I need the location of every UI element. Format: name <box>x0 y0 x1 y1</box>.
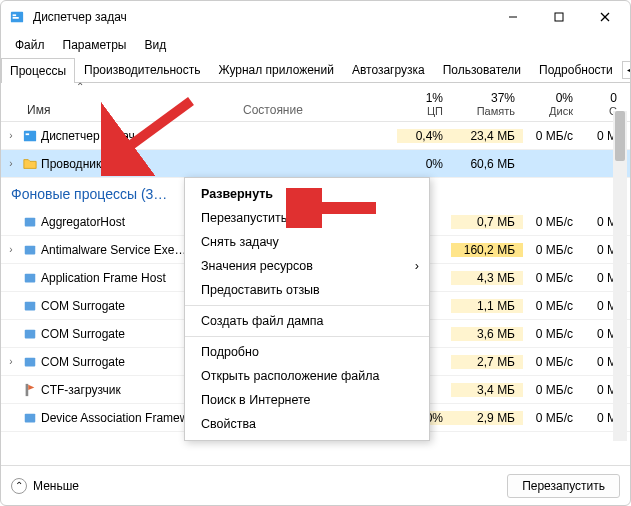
header-status[interactable]: Состояние <box>237 83 397 121</box>
generic-process-icon <box>21 411 39 425</box>
window-title: Диспетчер задач <box>33 10 490 24</box>
ctx-go-details[interactable]: Подробно <box>185 340 429 364</box>
tab-performance[interactable]: Производительность <box>75 57 209 82</box>
generic-process-icon <box>21 299 39 313</box>
cpu-value: 0,4% <box>397 129 451 143</box>
svg-rect-8 <box>26 133 30 135</box>
minimize-button[interactable] <box>490 1 536 33</box>
svg-rect-14 <box>25 357 36 366</box>
menu-options[interactable]: Параметры <box>55 35 135 55</box>
svg-rect-1 <box>13 14 17 16</box>
ctx-resource-values[interactable]: Значения ресурсов <box>185 254 429 278</box>
cpu-value: 0% <box>397 157 451 171</box>
menu-file[interactable]: Файл <box>7 35 53 55</box>
ctx-create-dump[interactable]: Создать файл дампа <box>185 309 429 333</box>
tab-startup[interactable]: Автозагрузка <box>343 57 434 82</box>
ctx-expand[interactable]: Развернуть <box>185 182 429 206</box>
fewer-details[interactable]: ⌃ Меньше <box>11 478 79 494</box>
tab-scroll-left[interactable]: ◄ <box>622 61 631 79</box>
svg-rect-13 <box>25 329 36 338</box>
ctf-icon <box>21 383 39 397</box>
menu-view[interactable]: Вид <box>136 35 174 55</box>
sort-caret-icon: ⌃ <box>76 81 84 92</box>
ctx-open-location[interactable]: Открыть расположение файла <box>185 364 429 388</box>
maximize-button[interactable] <box>536 1 582 33</box>
context-menu: Развернуть Перезапустить Снять задачу Зн… <box>184 177 430 441</box>
generic-process-icon <box>21 271 39 285</box>
svg-rect-11 <box>25 273 36 282</box>
restart-button[interactable]: Перезапустить <box>507 474 620 498</box>
generic-process-icon <box>21 215 39 229</box>
menubar: Файл Параметры Вид <box>1 33 630 57</box>
ctx-properties[interactable]: Свойства <box>185 412 429 436</box>
svg-rect-16 <box>25 413 36 422</box>
tab-details[interactable]: Подробности <box>530 57 622 82</box>
svg-rect-9 <box>25 217 36 226</box>
svg-rect-15 <box>26 383 29 395</box>
process-row-selected[interactable]: › Проводник 0% 60,6 МБ <box>1 150 630 178</box>
column-headers: ⌃ Имя Состояние 1% ЦП 37% Память 0% Диск… <box>1 83 630 122</box>
process-name: Диспетчер задач <box>39 129 237 143</box>
statusbar: ⌃ Меньше Перезапустить <box>1 465 630 505</box>
close-button[interactable] <box>582 1 628 33</box>
tab-app-history[interactable]: Журнал приложений <box>210 57 343 82</box>
header-name-label: Имя <box>27 103 231 117</box>
disk-value: 0 МБ/с <box>523 129 581 143</box>
app-icon <box>21 129 39 143</box>
tab-strip: Процессы Производительность Журнал прило… <box>1 57 630 83</box>
ctx-search-online[interactable]: Поиск в Интернете <box>185 388 429 412</box>
header-cpu[interactable]: 1% ЦП <box>397 87 451 121</box>
titlebar: Диспетчер задач <box>1 1 630 33</box>
header-memory[interactable]: 37% Память <box>451 87 523 121</box>
fewer-label: Меньше <box>33 479 79 493</box>
svg-rect-12 <box>25 301 36 310</box>
generic-process-icon <box>21 243 39 257</box>
generic-process-icon <box>21 355 39 369</box>
svg-rect-4 <box>555 13 563 21</box>
svg-rect-10 <box>25 245 36 254</box>
tab-processes[interactable]: Процессы <box>1 58 75 83</box>
separator <box>185 336 429 337</box>
app-icon <box>9 9 25 25</box>
process-row[interactable]: › Диспетчер задач 0,4% 23,4 МБ 0 МБ/с 0 … <box>1 122 630 150</box>
ctx-restart[interactable]: Перезапустить <box>185 206 429 230</box>
tab-users[interactable]: Пользователи <box>434 57 530 82</box>
header-disk[interactable]: 0% Диск <box>523 87 581 121</box>
separator <box>185 305 429 306</box>
ctx-feedback[interactable]: Предоставить отзыв <box>185 278 429 302</box>
svg-rect-2 <box>13 17 19 19</box>
chevron-up-icon: ⌃ <box>11 478 27 494</box>
process-name: Проводник <box>39 157 237 171</box>
tab-scroll: ◄ ► <box>622 57 631 82</box>
header-name[interactable]: ⌃ Имя <box>21 83 237 121</box>
header-status-label: Состояние <box>243 103 391 117</box>
generic-process-icon <box>21 327 39 341</box>
mem-value: 60,6 МБ <box>451 157 523 171</box>
vertical-scrollbar[interactable] <box>613 111 627 441</box>
expand-icon[interactable]: › <box>1 158 21 169</box>
expand-icon[interactable]: › <box>1 130 21 141</box>
scrollbar-thumb[interactable] <box>615 111 625 161</box>
mem-value: 23,4 МБ <box>451 129 523 143</box>
ctx-end-task[interactable]: Снять задачу <box>185 230 429 254</box>
svg-rect-7 <box>24 130 36 141</box>
folder-icon <box>21 157 39 171</box>
